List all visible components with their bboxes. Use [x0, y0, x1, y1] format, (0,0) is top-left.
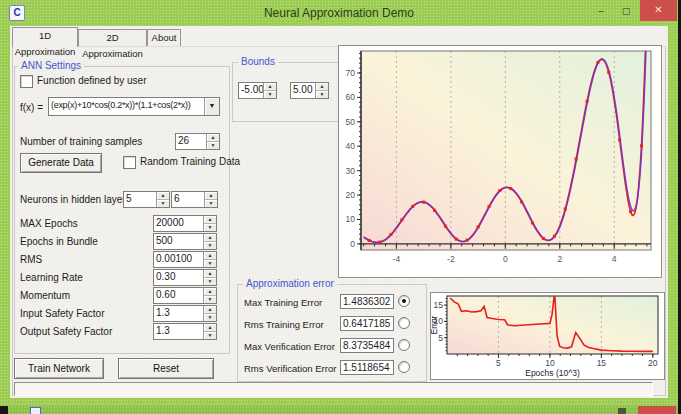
- spinner-up-icon[interactable]: ▲: [205, 192, 217, 200]
- spinner-buttons[interactable]: ▲▼: [263, 83, 276, 98]
- rms-label: RMS: [20, 254, 42, 265]
- spinner-up-icon[interactable]: ▲: [204, 324, 216, 332]
- max-verification-error-radio[interactable]: [398, 339, 410, 351]
- spinner-up-icon[interactable]: ▲: [316, 83, 328, 91]
- spinner-up-icon[interactable]: ▲: [204, 270, 216, 278]
- spinner-up-icon[interactable]: ▲: [157, 192, 169, 200]
- background-window-titlebar[interactable]: [8, 406, 678, 414]
- function-defined-label: Function defined by user: [37, 75, 147, 86]
- spinner-down-icon[interactable]: ▼: [204, 224, 216, 231]
- learning-rate-label: Learning Rate: [20, 272, 83, 283]
- spinner-buttons[interactable]: ▲▼: [203, 216, 216, 231]
- generate-data-button[interactable]: Generate Data: [20, 153, 102, 173]
- minimize-button[interactable]: –: [590, 5, 612, 19]
- background-window-icon: [30, 407, 41, 414]
- max-verification-error-label: Max Verification Error: [244, 341, 335, 352]
- spinner-up-icon[interactable]: ▲: [204, 288, 216, 296]
- max-training-error-label: Max Training Error: [244, 297, 322, 308]
- tab-about[interactable]: About: [147, 29, 181, 46]
- rms-training-error-field[interactable]: 0.6417185: [340, 316, 394, 331]
- rms-verification-error-radio[interactable]: [398, 361, 410, 373]
- neurons-2-value: 6: [172, 192, 204, 207]
- momentum-label: Momentum: [20, 290, 70, 301]
- spinner-up-icon[interactable]: ▲: [204, 234, 216, 242]
- spinner-buttons[interactable]: ▲▼: [203, 324, 216, 339]
- momentum-spinner[interactable]: 0.60 ▲▼: [153, 287, 217, 304]
- spinner-buttons[interactable]: ▲▼: [204, 192, 217, 207]
- spinner-down-icon[interactable]: ▼: [264, 91, 276, 98]
- maximize-button[interactable]: ▢: [615, 5, 637, 19]
- spinner-down-icon[interactable]: ▼: [204, 314, 216, 321]
- spinner-buttons[interactable]: ▲▼: [315, 83, 328, 98]
- spinner-up-icon[interactable]: ▲: [204, 252, 216, 260]
- close-button[interactable]: ✕: [640, 0, 677, 21]
- svg-text:0: 0: [503, 254, 508, 264]
- status-bar: [14, 382, 653, 396]
- chevron-down-icon[interactable]: ▼: [204, 98, 219, 115]
- output-safety-value: 1.3: [154, 324, 203, 339]
- spinner-down-icon[interactable]: ▼: [204, 332, 216, 339]
- spinner-buttons[interactable]: ▲▼: [203, 234, 216, 249]
- svg-text:-4: -4: [393, 254, 401, 264]
- dialog-client-area: 1D Approximation 2D Approximation About …: [10, 26, 668, 398]
- spinner-buttons[interactable]: ▲▼: [203, 306, 216, 321]
- bound-max-spinner[interactable]: 5.00 ▲▼: [290, 82, 329, 99]
- spinner-down-icon[interactable]: ▼: [205, 200, 217, 207]
- rms-training-error-radio[interactable]: [398, 317, 410, 329]
- tab-1d-approximation[interactable]: 1D Approximation: [12, 27, 78, 47]
- train-network-button[interactable]: Train Network: [14, 358, 104, 379]
- spinner-down-icon[interactable]: ▼: [204, 242, 216, 249]
- training-samples-spinner[interactable]: 26 ▲▼: [175, 133, 220, 150]
- svg-text:10: 10: [346, 214, 356, 224]
- max-epochs-spinner[interactable]: 20000 ▲▼: [153, 215, 217, 232]
- neurons-spinner-1[interactable]: 5 ▲▼: [123, 191, 170, 208]
- rms-verification-error-field[interactable]: 1.5118654: [340, 360, 394, 375]
- svg-text:15: 15: [597, 358, 607, 368]
- max-epochs-label: MAX Epochs: [20, 218, 78, 229]
- training-samples-label: Number of training samples: [20, 136, 142, 147]
- output-safety-label: Output Safety Factor: [20, 326, 112, 337]
- spinner-down-icon[interactable]: ▼: [204, 260, 216, 267]
- spinner-down-icon[interactable]: ▼: [204, 278, 216, 285]
- svg-text:2: 2: [557, 254, 562, 264]
- bound-min-spinner[interactable]: -5.00 ▲▼: [238, 82, 277, 99]
- neurons-spinner-2[interactable]: 6 ▲▼: [171, 191, 218, 208]
- random-training-checkbox[interactable]: [123, 156, 136, 169]
- spinner-buttons[interactable]: ▲▼: [206, 134, 219, 149]
- spinner-buttons[interactable]: ▲▼: [203, 252, 216, 267]
- spinner-buttons[interactable]: ▲▼: [156, 192, 169, 207]
- spinner-up-icon[interactable]: ▲: [207, 134, 219, 142]
- epochs-bundle-value: 500: [154, 234, 203, 249]
- max-training-error-field[interactable]: 1.4836302: [340, 294, 394, 309]
- spinner-up-icon[interactable]: ▲: [204, 306, 216, 314]
- window-title: Neural Approximation Demo: [0, 6, 678, 20]
- spinner-up-icon[interactable]: ▲: [204, 216, 216, 224]
- output-safety-spinner[interactable]: 1.3 ▲▼: [153, 323, 217, 340]
- spinner-down-icon[interactable]: ▼: [204, 296, 216, 303]
- tab-2d-approximation[interactable]: 2D Approximation: [78, 29, 147, 46]
- input-safety-spinner[interactable]: 1.3 ▲▼: [153, 305, 217, 322]
- background-window-close-button[interactable]: [638, 406, 676, 414]
- input-safety-label: Input Safety Factor: [20, 308, 105, 319]
- input-safety-value: 1.3: [154, 306, 203, 321]
- training-samples-value: 26: [176, 134, 206, 149]
- background-window-button: [618, 408, 626, 414]
- fx-combo[interactable]: (exp(x)+10*cos(0.2*x))*(1.1+cos(2*x)) ▼: [48, 97, 220, 116]
- function-defined-checkbox[interactable]: [20, 75, 33, 88]
- spinner-down-icon[interactable]: ▼: [207, 142, 219, 149]
- spinner-up-icon[interactable]: ▲: [264, 83, 276, 91]
- rms-spinner[interactable]: 0.00100 ▲▼: [153, 251, 217, 268]
- svg-text:30: 30: [346, 166, 356, 176]
- spinner-buttons[interactable]: ▲▼: [203, 288, 216, 303]
- reset-button[interactable]: Reset: [118, 358, 214, 379]
- spinner-down-icon[interactable]: ▼: [316, 91, 328, 98]
- svg-text:20: 20: [648, 358, 658, 368]
- max-verification-error-field[interactable]: 8.3735484: [340, 338, 394, 353]
- spinner-down-icon[interactable]: ▼: [157, 200, 169, 207]
- titlebar: C Neural Approximation Demo – ▢ ✕: [0, 0, 678, 26]
- learning-rate-spinner[interactable]: 0.30 ▲▼: [153, 269, 217, 286]
- max-training-error-radio[interactable]: [398, 295, 410, 307]
- spinner-buttons[interactable]: ▲▼: [203, 270, 216, 285]
- epochs-bundle-spinner[interactable]: 500 ▲▼: [153, 233, 217, 250]
- svg-text:Epochs (10^3): Epochs (10^3): [525, 368, 580, 378]
